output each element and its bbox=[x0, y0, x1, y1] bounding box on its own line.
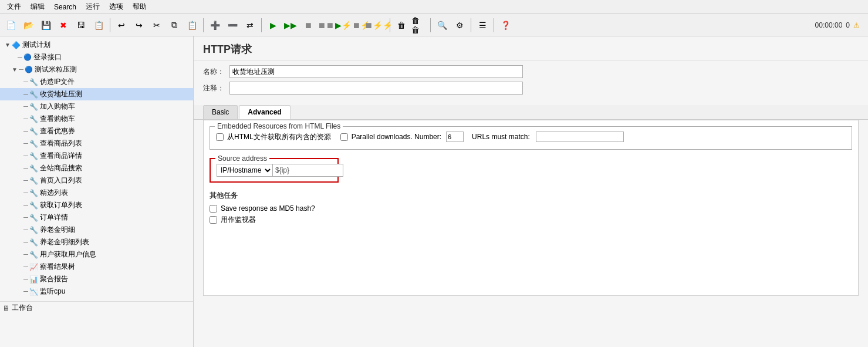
workbench[interactable]: 🖥 工作台 bbox=[0, 301, 193, 314]
form-area: 名称： 注释： bbox=[194, 60, 868, 103]
tree-item-agg-report[interactable]: 📊 聚合报告 bbox=[0, 273, 193, 285]
tree-item-user-info[interactable]: 🔧 用户获取用户信息 bbox=[0, 248, 193, 261]
md5-checkbox[interactable] bbox=[210, 205, 217, 213]
menu-search[interactable]: Search bbox=[49, 2, 81, 12]
toolbar-undo[interactable]: ↩ bbox=[113, 17, 130, 33]
tree-root-label: 测试计划 bbox=[22, 40, 50, 50]
toolbar-stop[interactable]: ⏹ bbox=[300, 17, 316, 33]
parallel-downloads-checkbox[interactable] bbox=[340, 133, 348, 141]
source-value-input[interactable] bbox=[273, 164, 343, 177]
tree-item-cpu-monitor[interactable]: 📉 监听cpu bbox=[0, 285, 193, 298]
parallel-number-input[interactable] bbox=[446, 132, 464, 142]
tree-item-login[interactable]: ▶ 🔵 登录接口 bbox=[0, 51, 193, 63]
tree-item-home-entry[interactable]: 🔧 首页入口列表 bbox=[0, 174, 193, 187]
toolbar-reset[interactable]: ⚙ bbox=[451, 17, 468, 33]
toolbar-remote-stop2[interactable]: ⏹⚡⚡ bbox=[370, 17, 387, 33]
menu-options[interactable]: 选项 bbox=[104, 1, 128, 13]
menu-help[interactable]: 帮助 bbox=[128, 1, 151, 13]
tree-item-order-detail-label: 订单详情 bbox=[40, 213, 68, 223]
toolbar-open[interactable]: 📂 bbox=[20, 17, 36, 33]
tree-item-site-search-label: 全站商品搜索 bbox=[40, 163, 82, 173]
selected-icon: 🔧 bbox=[29, 189, 38, 197]
tree-item-coupons[interactable]: 🔧 查看优惠券 bbox=[0, 125, 193, 137]
fake-ip-icon: 🔧 bbox=[29, 78, 38, 86]
md5-label: Save response as MD5 hash? bbox=[221, 204, 315, 213]
tree-item-add-cart[interactable]: 🔧 加入购物车 bbox=[0, 100, 193, 113]
menu-edit[interactable]: 编辑 bbox=[26, 1, 49, 13]
monitor-row: 用作监视器 bbox=[210, 215, 852, 225]
toolbar-paste[interactable]: 📋 bbox=[184, 17, 200, 33]
toolbar-help[interactable]: ❓ bbox=[497, 17, 514, 33]
tree-item-agg-report-label: 聚合报告 bbox=[40, 274, 68, 284]
toolbar-copy[interactable]: ⧉ bbox=[166, 17, 183, 33]
tree-item-order-detail[interactable]: 🔧 订单详情 bbox=[0, 211, 193, 224]
tree-root[interactable]: ▼ 🔷 测试计划 bbox=[0, 39, 193, 51]
toolbar-expand[interactable]: ➕ bbox=[207, 17, 223, 33]
toolbar-save2[interactable]: 🖫 bbox=[73, 17, 89, 33]
menu-file[interactable]: 文件 bbox=[2, 1, 26, 13]
home-entry-icon: 🔧 bbox=[29, 177, 38, 185]
tree-item-brand-list-label: 查看商品列表 bbox=[40, 139, 82, 149]
tree-item-add-cart-label: 加入购物车 bbox=[40, 102, 75, 112]
tree-item-fake-ip[interactable]: 🔧 伪造IP文件 bbox=[0, 76, 193, 88]
toolbar-save[interactable]: 💾 bbox=[38, 17, 54, 33]
agg-report-icon: 📊 bbox=[29, 275, 38, 284]
tree-item-selected-label: 精选列表 bbox=[40, 188, 68, 198]
tree-item-brand-list[interactable]: 🔧 查看商品列表 bbox=[0, 137, 193, 150]
tree-item-pension-detail[interactable]: 🔧 养老金明细 bbox=[0, 224, 193, 236]
tree-item-order-list-label: 获取订单列表 bbox=[40, 200, 82, 210]
main-layout: ▼ 🔷 测试计划 ▶ 🔵 登录接口 ▼ 🔵 测试米粒压测 🔧 伪造IP文件 bbox=[0, 36, 868, 347]
login-icon: 🔵 bbox=[23, 53, 32, 61]
fetch-resources-checkbox[interactable] bbox=[216, 133, 224, 141]
toolbar-toggle[interactable]: ⇄ bbox=[242, 17, 258, 33]
order-list-icon: 🔧 bbox=[29, 201, 38, 210]
tab-basic[interactable]: Basic bbox=[203, 105, 238, 119]
coupons-icon: 🔧 bbox=[29, 127, 38, 136]
toolbar-stop-now[interactable]: ⏹⏹ bbox=[318, 17, 334, 33]
toolbar-sep1 bbox=[110, 18, 110, 32]
toolbar-clear-all[interactable]: 🗑🗑 bbox=[411, 17, 427, 33]
name-input[interactable] bbox=[229, 65, 523, 78]
toolbar-close[interactable]: ✖ bbox=[55, 17, 72, 33]
add-cart-icon: 🔧 bbox=[29, 103, 38, 111]
toolbar-cut[interactable]: ✂ bbox=[148, 17, 165, 33]
comment-label: 注释： bbox=[203, 83, 229, 93]
tree-item-pension-list[interactable]: 🔧 养老金明细列表 bbox=[0, 236, 193, 248]
tree-item-result-tree[interactable]: 📈 察看结果树 bbox=[0, 261, 193, 273]
embedded-resources-title: Embedded Resources from HTML Files bbox=[215, 122, 343, 130]
tree-item-order-list[interactable]: 🔧 获取订单列表 bbox=[0, 199, 193, 211]
menu-run[interactable]: 运行 bbox=[81, 1, 104, 13]
toolbar-remote-start[interactable]: ▶⚡ bbox=[335, 17, 352, 33]
result-tree-icon: 📈 bbox=[29, 263, 38, 271]
tree-item-user-info-label: 用户获取用户信息 bbox=[40, 250, 96, 260]
name-label: 名称： bbox=[203, 67, 229, 77]
name-row: 名称： bbox=[203, 65, 859, 78]
root-expand-icon: ▼ bbox=[5, 42, 11, 48]
urls-must-match-input[interactable] bbox=[536, 132, 624, 142]
tree-item-stress[interactable]: ▼ 🔵 测试米粒压测 bbox=[0, 63, 193, 76]
toolbar-new[interactable]: 📄 bbox=[2, 17, 19, 33]
tree-item-selected[interactable]: 🔧 精选列表 bbox=[0, 187, 193, 199]
monitor-checkbox[interactable] bbox=[210, 216, 217, 224]
embedded-resources-row: 从HTML文件获取所有内含的资源 Parallel downloads. Num… bbox=[216, 132, 846, 142]
tab-advanced[interactable]: Advanced bbox=[239, 105, 290, 119]
toolbar-list[interactable]: ☰ bbox=[474, 17, 491, 33]
toolbar-start-no-pause[interactable]: ▶▶ bbox=[282, 17, 299, 33]
warning-icon: ⚠ bbox=[853, 21, 860, 29]
source-address-group: Source address IP/Hostname Device Device… bbox=[210, 158, 339, 183]
toolbar-search[interactable]: 🔍 bbox=[434, 17, 450, 33]
tree-item-view-cart[interactable]: 🔧 查看购物车 bbox=[0, 113, 193, 125]
tree-item-site-search[interactable]: 🔧 全站商品搜索 bbox=[0, 162, 193, 174]
tree-item-shipping[interactable]: 🔧 收货地址压测 ——→ bbox=[0, 88, 193, 100]
toolbar-collapse[interactable]: ➖ bbox=[224, 17, 241, 33]
comment-input[interactable] bbox=[229, 82, 523, 95]
pension-detail-icon: 🔧 bbox=[29, 226, 38, 234]
tree-item-product-detail[interactable]: 🔧 查看商品详情 bbox=[0, 150, 193, 162]
toolbar-start[interactable]: ▶ bbox=[265, 17, 281, 33]
toolbar-clear[interactable]: 🗑 bbox=[393, 17, 410, 33]
toolbar-redo[interactable]: ↪ bbox=[131, 17, 147, 33]
toolbar-export[interactable]: 📋 bbox=[90, 17, 107, 33]
tree-item-stress-label: 测试米粒压测 bbox=[35, 65, 77, 75]
source-type-select[interactable]: IP/Hostname Device Device IPv4 Device IP… bbox=[217, 164, 273, 177]
monitor-label: 用作监视器 bbox=[221, 215, 256, 225]
